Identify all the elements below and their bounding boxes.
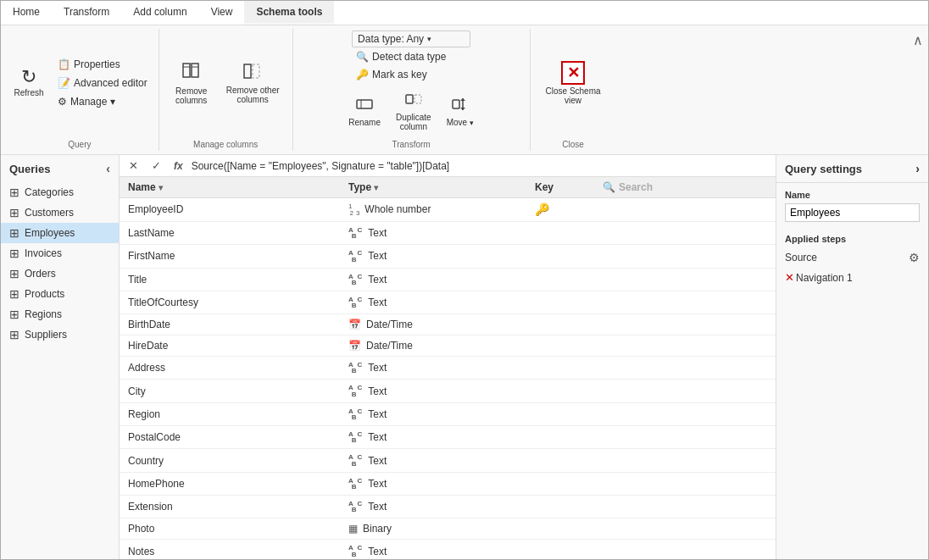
table-icon-employees: ⊞	[9, 226, 19, 240]
svg-rect-5	[253, 64, 259, 78]
search-icon: 🔍	[603, 181, 615, 193]
type-icon: 123	[348, 202, 359, 217]
advanced-editor-button[interactable]: 📝 Advanced editor	[53, 75, 152, 91]
type-icon: 📅	[348, 340, 361, 352]
table-row[interactable]: EmployeeID 123 Whole number 🔑	[120, 198, 776, 222]
tab-home[interactable]: Home	[1, 1, 52, 25]
step-source-gear-icon[interactable]: ⚙	[909, 251, 920, 264]
query-settings-expand-button[interactable]: ›	[915, 162, 920, 175]
table-row[interactable]: Notes ABC Text	[120, 540, 776, 559]
table-row[interactable]: Title ABC Text	[120, 269, 776, 291]
remove-other-columns-button[interactable]: Remove othercolumns	[220, 58, 286, 108]
right-panel: Query settings › Name Applied steps Sour…	[776, 155, 928, 559]
move-button[interactable]: Move ▾	[441, 86, 480, 135]
table-row[interactable]: Country ABC Text	[120, 449, 776, 472]
rename-button[interactable]: Rename	[342, 86, 387, 135]
table-header: Name ▾ Type ▾ Key 🔍 Search	[120, 177, 776, 198]
column-header-search: 🔍 Search	[594, 177, 776, 197]
sidebar-item-suppliers[interactable]: ⊞ Suppliers	[1, 324, 119, 345]
svg-rect-0	[183, 64, 190, 77]
sidebar-item-label-customers: Customers	[25, 207, 74, 219]
formula-input[interactable]	[192, 160, 770, 172]
formula-confirm-button[interactable]: ✓	[147, 158, 165, 174]
cell-key	[526, 540, 594, 559]
table-row[interactable]: BirthDate 📅 Date/Time	[120, 314, 776, 335]
sidebar-collapse-button[interactable]: ‹	[106, 162, 110, 175]
advanced-editor-icon: 📝	[58, 77, 70, 89]
step-source-label: Source	[785, 252, 909, 263]
query-name-input[interactable]	[785, 203, 920, 222]
table-row[interactable]: Address ABC Text	[120, 357, 776, 380]
step-navigation1[interactable]: ✕ Navigation 1	[776, 268, 928, 287]
remove-other-columns-label: Remove othercolumns	[226, 86, 280, 104]
remove-other-columns-icon	[242, 61, 263, 84]
mark-as-key-button[interactable]: 🔑 Mark as key	[352, 66, 431, 83]
sidebar-item-orders[interactable]: ⊞ Orders	[1, 263, 119, 284]
cell-name: HireDate	[120, 335, 340, 356]
mark-as-key-label: Mark as key	[372, 69, 427, 80]
tab-transform[interactable]: Transform	[52, 1, 121, 25]
remove-columns-button[interactable]: Removecolumns	[166, 57, 217, 108]
properties-button[interactable]: 📋 Properties	[53, 56, 152, 73]
sidebar-item-regions[interactable]: ⊞ Regions	[1, 304, 119, 324]
duplicate-column-button[interactable]: Duplicatecolumn	[390, 86, 437, 135]
refresh-icon: ↻	[21, 68, 36, 86]
manage-icon: ⚙	[58, 96, 67, 108]
table-row[interactable]: FirstName ABC Text	[120, 245, 776, 268]
table-row[interactable]: LastName ABC Text	[120, 222, 776, 245]
manage-button[interactable]: ⚙ Manage ▾	[53, 93, 152, 110]
sidebar-item-label-employees: Employees	[25, 227, 75, 239]
sidebar-item-categories[interactable]: ⊞ Categories	[1, 182, 119, 202]
svg-marker-12	[460, 98, 465, 101]
type-icon: ABC	[348, 477, 363, 491]
table-row[interactable]: Photo ▦ Binary	[120, 518, 776, 540]
transform-group-label: Transform	[392, 138, 430, 151]
table-row[interactable]: Extension ABC Text	[120, 496, 776, 518]
cell-name: TitleOfCourtesy	[120, 291, 340, 313]
cell-type: 📅 Date/Time	[340, 314, 526, 335]
ribbon-content: ↻ Refresh 📋 Properties 📝 Advanced editor	[1, 25, 928, 154]
tab-view[interactable]: View	[199, 1, 245, 25]
type-icon: ABC	[348, 226, 363, 240]
sidebar-item-invoices[interactable]: ⊞ Invoices	[1, 243, 119, 263]
cell-type: ABC Text	[340, 449, 526, 471]
column-header-name[interactable]: Name ▾	[120, 177, 340, 197]
step-navigation1-label: Navigation 1	[796, 272, 920, 284]
tab-add-column[interactable]: Add column	[121, 1, 198, 25]
sidebar-item-customers[interactable]: ⊞ Customers	[1, 202, 119, 223]
detect-data-type-button[interactable]: 🔍 Detect data type	[352, 48, 450, 65]
column-header-type[interactable]: Type ▾	[340, 177, 526, 197]
main-body: Queries ‹ ⊞ Categories ⊞ Customers ⊞ Emp…	[1, 155, 928, 559]
table-row[interactable]: Region ABC Text	[120, 403, 776, 426]
cell-name: PostalCode	[120, 426, 340, 448]
mark-as-key-icon: 🔑	[356, 69, 369, 80]
name-section: Name	[776, 183, 928, 229]
table-row[interactable]: City ABC Text	[120, 380, 776, 402]
sidebar-item-products[interactable]: ⊞ Products	[1, 284, 119, 304]
query-settings-title: Query settings	[785, 163, 862, 175]
sidebar-item-label-regions: Regions	[25, 308, 62, 320]
data-type-button[interactable]: Data type: Any ▾	[352, 30, 470, 47]
manage-label: Manage ▾	[70, 96, 115, 108]
table-row[interactable]: HireDate 📅 Date/Time	[120, 335, 776, 357]
cell-key	[526, 403, 594, 425]
cell-type: ABC Text	[340, 222, 526, 244]
detect-data-type-icon: 🔍	[356, 51, 369, 63]
name-sort-icon: ▾	[159, 183, 163, 192]
cell-type: ABC Text	[340, 357, 526, 379]
tab-schema-tools[interactable]: Schema tools	[244, 1, 334, 25]
table-row[interactable]: PostalCode ABC Text	[120, 426, 776, 449]
refresh-button[interactable]: ↻ Refresh	[8, 64, 50, 101]
table-row[interactable]: TitleOfCourtesy ABC Text	[120, 291, 776, 314]
cell-key	[526, 473, 594, 495]
formula-cancel-button[interactable]: ✕	[125, 158, 142, 174]
close-schema-view-button[interactable]: ✕ Close Schemaview	[537, 58, 609, 108]
type-sort-icon: ▾	[374, 183, 378, 192]
ribbon-collapse-button[interactable]: ∧	[908, 29, 928, 151]
step-navigation1-delete-icon[interactable]: ✕	[785, 271, 794, 284]
sidebar-item-employees[interactable]: ⊞ Employees	[1, 223, 119, 243]
rename-icon	[355, 95, 374, 116]
step-source[interactable]: Source ⚙	[776, 247, 928, 268]
table-row[interactable]: HomePhone ABC Text	[120, 473, 776, 496]
search-placeholder: Search	[619, 181, 653, 193]
